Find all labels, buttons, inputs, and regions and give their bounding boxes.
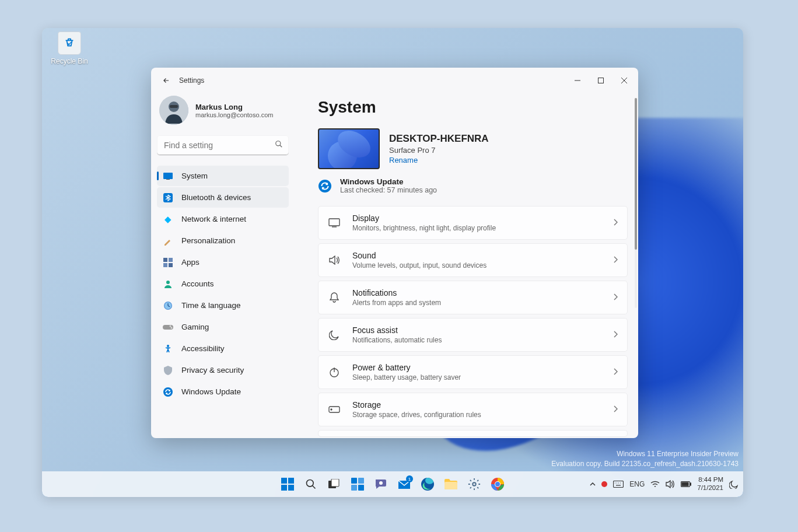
card-title: Notifications [352,288,601,298]
notifications-icon [328,291,341,304]
minimize-button[interactable] [566,69,589,92]
setting-card-power[interactable]: Power & battery Sleep, battery usage, ba… [318,355,628,389]
sidebar-item-label: Privacy & security [181,366,244,374]
tray-battery-icon[interactable] [681,481,691,487]
gaming-icon [163,322,173,332]
svg-point-13 [166,281,170,284]
sidebar-item-label: Gaming [181,323,209,331]
sidebar-item-label: System [181,172,208,180]
svg-rect-30 [281,485,287,491]
bluetooth-icon [163,192,173,203]
svg-point-45 [495,482,500,487]
tray-notifications-icon[interactable] [729,480,738,489]
maximize-button[interactable] [589,69,612,92]
svg-rect-31 [288,485,294,491]
search-input[interactable] [157,135,289,155]
content-area: System DESKTOP-HKEFNRA Surface Pro 7 Ren… [295,93,638,438]
time-icon [163,300,173,311]
sidebar-item-gaming[interactable]: Gaming [157,317,289,337]
taskbar-explorer[interactable] [441,474,461,494]
recycle-bin[interactable]: Recycle Bin [49,32,90,65]
settings-window: Settings [151,68,638,438]
clock[interactable]: 8:44 PM 7/1/2021 [697,476,723,492]
card-title: Power & battery [352,363,601,372]
focus-icon [328,328,341,341]
taskbar-edge[interactable] [418,474,438,494]
sidebar: Markus Long markus.long@contoso.com [151,93,295,438]
clock-time: 8:44 PM [697,476,723,484]
sidebar-item-update[interactable]: Windows Update [157,382,289,402]
tray-recording-icon[interactable] [601,481,607,487]
sidebar-item-label: Accounts [181,279,214,288]
taskbar: 1 ENG 8:44 PM 7/1/2 [42,471,743,497]
sidebar-item-privacy[interactable]: Privacy & security [157,360,289,380]
card-subtitle: Volume levels, output, input, sound devi… [352,261,601,270]
tray-volume-icon[interactable] [666,480,675,488]
svg-point-5 [276,141,281,146]
sidebar-item-network[interactable]: ◆ Network & internet [157,209,289,229]
device-header: DESKTOP-HKEFNRA Surface Pro 7 Rename [318,128,628,169]
tray-overflow[interactable] [590,482,596,486]
close-button[interactable] [612,69,636,92]
avatar [159,96,188,125]
tray-wifi-icon[interactable] [650,481,660,488]
svg-rect-36 [358,478,364,484]
taskbar-settings[interactable] [464,474,484,494]
start-button[interactable] [278,474,298,494]
setting-card-focus[interactable]: Focus assist Notifications, automatic ru… [318,318,628,352]
taskbar-taskview[interactable] [324,474,344,494]
card-title: Storage [352,400,601,410]
rename-link[interactable]: Rename [389,156,489,164]
user-email: markus.long@contoso.com [195,111,273,118]
svg-rect-47 [614,481,624,488]
svg-point-18 [171,327,173,328]
taskbar-search[interactable] [301,474,321,494]
sidebar-item-label: Network & internet [181,215,246,223]
tray-keyboard-icon[interactable] [613,481,624,488]
setting-card-partial[interactable] [318,430,628,437]
setting-card-notifications[interactable]: Notifications Alerts from apps and syste… [318,281,628,314]
sidebar-item-label: Bluetooth & devices [181,193,251,202]
chevron-right-icon [613,218,618,228]
svg-point-21 [318,180,331,192]
taskbar-widgets[interactable] [348,474,368,494]
scrollbar[interactable] [635,98,637,308]
sidebar-item-label: Personalization [181,236,235,245]
sidebar-item-apps[interactable]: Apps [157,252,289,272]
sound-icon [328,254,341,267]
svg-rect-41 [444,482,457,489]
back-button[interactable] [157,71,176,90]
accessibility-icon [163,344,173,354]
windows-update-status[interactable]: Windows Update Last checked: 57 minutes … [318,177,628,194]
taskbar-chrome[interactable] [488,474,508,494]
setting-card-display[interactable]: Display Monitors, brightness, night ligh… [318,206,628,240]
setting-card-storage[interactable]: Storage Storage space, drives, configura… [318,393,628,426]
sidebar-item-accessibility[interactable]: Accessibility [157,338,289,359]
chevron-right-icon [613,292,618,303]
sidebar-item-label: Accessibility [181,344,225,353]
sidebar-item-bluetooth[interactable]: Bluetooth & devices [157,187,289,208]
mail-badge: 1 [406,475,413,482]
taskbar-chat[interactable] [371,474,391,494]
sidebar-item-accounts[interactable]: Accounts [157,274,289,294]
tray-language[interactable]: ENG [629,480,645,488]
sidebar-item-system[interactable]: System [157,166,289,186]
chevron-right-icon [613,330,618,340]
chevron-right-icon [613,255,618,265]
svg-point-42 [473,482,476,486]
scrollbar-thumb[interactable] [635,98,637,250]
user-name: Markus Long [195,103,273,111]
update-icon [163,387,173,397]
watermark-line1: Windows 11 Enterprise Insider Preview [551,449,738,459]
svg-point-27 [331,409,332,410]
svg-rect-6 [163,173,173,179]
svg-point-32 [307,480,314,487]
taskbar-mail[interactable]: 1 [394,474,414,494]
svg-rect-4 [170,105,178,108]
sidebar-item-personalization[interactable]: Personalization [157,230,289,251]
apps-icon [163,257,173,268]
svg-rect-12 [169,263,173,267]
user-profile[interactable]: Markus Long markus.long@contoso.com [157,93,289,135]
setting-card-sound[interactable]: Sound Volume levels, output, input, soun… [318,243,628,277]
sidebar-item-time[interactable]: Time & language [157,295,289,316]
